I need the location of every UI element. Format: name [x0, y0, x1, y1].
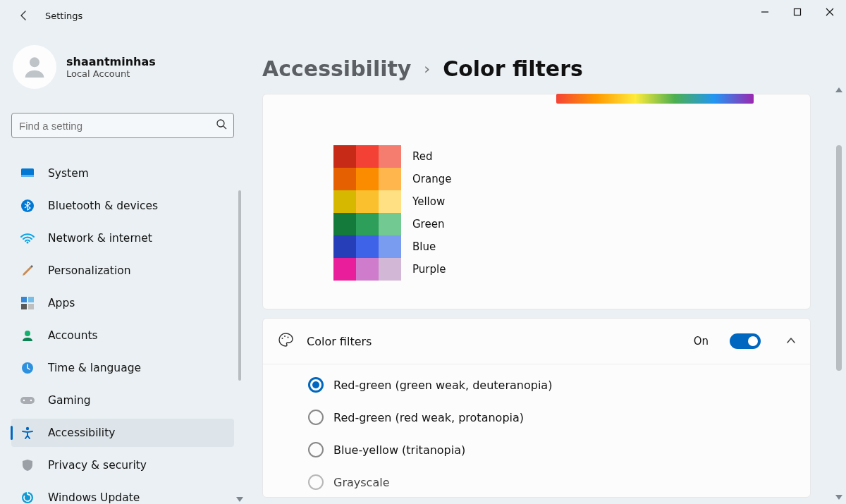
swatch-cell: [379, 168, 401, 190]
sidebar-item-system[interactable]: System: [11, 159, 234, 188]
swatch-cell: [379, 258, 401, 281]
sidebar-item-label: Windows Update: [48, 491, 140, 504]
minimize-icon: [761, 8, 769, 16]
breadcrumb-parent[interactable]: Accessibility: [262, 56, 411, 81]
svg-point-20: [282, 338, 283, 339]
window-controls: [749, 0, 846, 24]
palette-icon: [277, 331, 294, 351]
swatch-cell: [356, 235, 379, 258]
filter-option-label: Grayscale: [333, 476, 389, 489]
shield-icon: [20, 457, 35, 473]
filter-option[interactable]: Red-green (red weak, protanopia): [308, 410, 810, 425]
svg-point-21: [284, 336, 286, 337]
swatch-row: [333, 235, 401, 258]
swatch-cell: [379, 235, 401, 258]
swatch-cell: [333, 213, 356, 235]
sidebar-item-label: Accessibility: [48, 426, 115, 439]
filter-option-label: Red-green (green weak, deuteranopia): [333, 379, 552, 392]
chevron-up-icon[interactable]: [786, 335, 796, 348]
swatch-labels: RedOrangeYellowGreenBluePurple: [412, 145, 451, 281]
nav-list: System Bluetooth & devices Network & int…: [11, 159, 234, 504]
sidebar-item-gaming[interactable]: Gaming: [11, 386, 234, 414]
swatch-row: [333, 145, 401, 168]
swatch-cell: [333, 258, 356, 281]
update-icon: [20, 490, 35, 504]
page-title: Color filters: [443, 56, 583, 81]
sidebar-item-label: System: [48, 167, 89, 180]
swatch-grid: [333, 145, 401, 281]
swatch-cell: [333, 235, 356, 258]
user-card[interactable]: shaantminhas Local Account: [11, 39, 234, 96]
scroll-down-arrow-icon[interactable]: [835, 495, 842, 500]
svg-point-22: [288, 337, 289, 338]
svg-point-13: [25, 331, 30, 336]
toggle-state-text: On: [694, 335, 709, 348]
swatch-label: Yellow: [412, 190, 451, 213]
filter-option[interactable]: Grayscale: [308, 474, 810, 490]
sidebar-item-accounts[interactable]: Accounts: [11, 321, 234, 350]
color-filters-header[interactable]: Color filters On: [263, 319, 810, 364]
sidebar-item-apps[interactable]: Apps: [11, 289, 234, 317]
sidebar-item-privacy[interactable]: Privacy & security: [11, 451, 234, 479]
svg-rect-1: [795, 9, 801, 16]
svg-point-2: [30, 57, 39, 67]
color-filters-toggle[interactable]: [730, 333, 761, 349]
sidebar-item-time[interactable]: Time & language: [11, 354, 234, 382]
scrollbar-thumb[interactable]: [238, 190, 241, 381]
sidebar-item-accessibility[interactable]: Accessibility: [11, 419, 234, 447]
search-wrap: [11, 113, 234, 138]
scroll-up-arrow-icon[interactable]: [835, 87, 842, 92]
radio-icon: [308, 442, 324, 457]
sidebar-item-network[interactable]: Network & internet: [11, 224, 234, 252]
sidebar-item-bluetooth[interactable]: Bluetooth & devices: [11, 192, 234, 220]
scroll-down-arrow-icon[interactable]: [236, 497, 243, 502]
svg-point-8: [27, 242, 29, 244]
sidebar-scrollbar[interactable]: [238, 190, 241, 493]
swatch-cell: [356, 190, 379, 213]
svg-rect-9: [21, 297, 27, 302]
svg-rect-12: [28, 304, 34, 309]
swatch-cell: [356, 213, 379, 235]
back-button[interactable]: [13, 4, 35, 27]
close-button[interactable]: [814, 0, 846, 24]
swatch-row: [333, 258, 401, 281]
toggle-label: Color filters: [307, 335, 372, 348]
accessibility-icon: [20, 425, 35, 441]
minimize-button[interactable]: [749, 0, 781, 24]
svg-rect-11: [21, 304, 27, 309]
wifi-icon: [20, 231, 35, 246]
sidebar-item-label: Apps: [48, 297, 75, 309]
sidebar-item-update[interactable]: Windows Update: [11, 484, 234, 504]
radio-icon: [308, 377, 324, 393]
swatch-cell: [333, 168, 356, 190]
filter-option[interactable]: Red-green (green weak, deuteranopia): [308, 377, 810, 393]
user-name: shaantminhas: [66, 55, 156, 68]
svg-rect-10: [28, 297, 34, 302]
swatch-cell: [333, 145, 356, 168]
maximize-button[interactable]: [781, 0, 814, 24]
scrollbar-thumb[interactable]: [836, 145, 842, 371]
filter-option[interactable]: Blue-yellow (tritanopia): [308, 442, 810, 457]
rainbow-strip: [556, 94, 754, 104]
swatch-label: Red: [412, 145, 451, 168]
swatch-row: [333, 190, 401, 213]
globe-clock-icon: [20, 360, 35, 376]
titlebar: Settings: [0, 0, 846, 31]
svg-rect-6: [21, 175, 34, 177]
filter-radio-list: Red-green (green weak, deuteranopia)Red-…: [263, 364, 810, 497]
sidebar-item-personalization[interactable]: Personalization: [11, 257, 234, 285]
avatar: [13, 45, 56, 89]
arrow-left-icon: [18, 10, 30, 21]
window-title: Settings: [45, 11, 82, 21]
swatch-cell: [379, 145, 401, 168]
user-account-type: Local Account: [66, 68, 156, 79]
swatch-cell: [356, 145, 379, 168]
color-preview-panel: RedOrangeYellowGreenBluePurple: [262, 94, 811, 309]
filter-option-label: Red-green (red weak, protanopia): [333, 411, 524, 424]
svg-point-16: [23, 400, 25, 401]
swatch-label: Purple: [412, 258, 451, 281]
person-icon: [20, 53, 49, 81]
content-scrollbar[interactable]: [836, 89, 842, 498]
svg-point-18: [26, 427, 29, 430]
search-input[interactable]: [11, 113, 234, 138]
